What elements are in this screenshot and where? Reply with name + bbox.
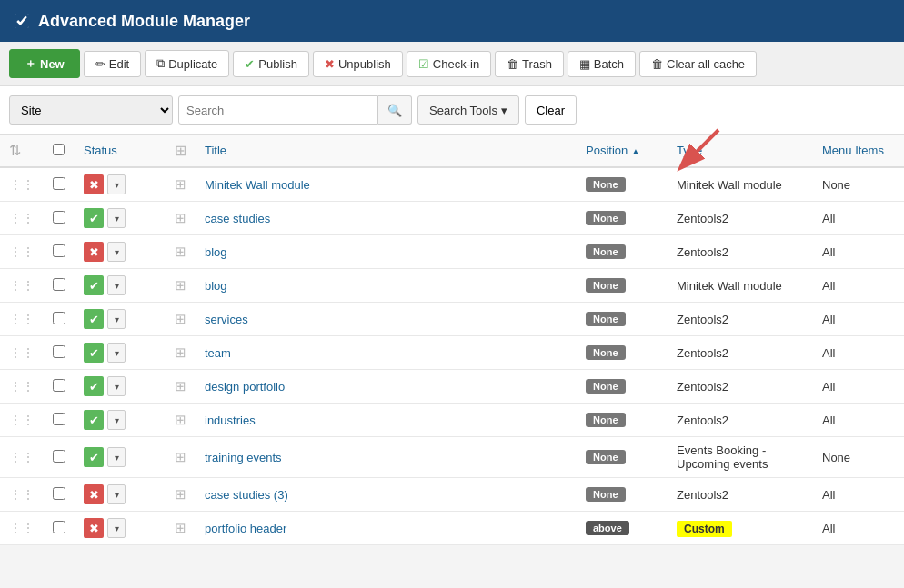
row-checkbox[interactable]: [53, 345, 65, 358]
filter-bar: Site 🔍 Search Tools ▾ Clear: [0, 86, 904, 135]
status-dropdown-btn[interactable]: ▾: [107, 275, 126, 295]
search-input[interactable]: [178, 95, 378, 125]
position-badge: None: [586, 211, 626, 225]
checkin-icon: ☑: [418, 57, 429, 71]
site-select[interactable]: Site: [9, 95, 173, 125]
status-dropdown-btn[interactable]: ▾: [107, 484, 126, 504]
module-title-link[interactable]: design portfolio: [205, 380, 285, 394]
unpublish-button[interactable]: ✖ Unpublish: [313, 51, 403, 77]
drag-icon[interactable]: ⋮⋮: [9, 521, 35, 535]
module-title-link[interactable]: blog: [205, 245, 227, 259]
col-type-header[interactable]: Type: [668, 135, 813, 167]
col-title-header[interactable]: Title: [196, 135, 577, 167]
drag-icon[interactable]: ⋮⋮: [9, 278, 35, 293]
search-tools-button[interactable]: Search Tools ▾: [417, 95, 519, 125]
edit-icon: ✏: [95, 57, 105, 71]
drag-cell: ⋮⋮: [0, 512, 44, 545]
status-published-btn[interactable]: ✔: [84, 309, 104, 329]
module-title-link[interactable]: training events: [205, 451, 282, 464]
status-dropdown-btn[interactable]: ▾: [107, 343, 126, 363]
drag-icon[interactable]: ⋮⋮: [9, 345, 35, 360]
position-badge: None: [586, 345, 626, 360]
drag-icon[interactable]: ⋮⋮: [9, 379, 35, 394]
status-published-btn[interactable]: ✔: [84, 208, 104, 228]
status-dropdown-btn[interactable]: ▾: [107, 518, 126, 538]
module-title-link[interactable]: case studies (3): [205, 488, 288, 502]
status-dropdown-btn[interactable]: ▾: [107, 376, 126, 396]
drag-icon[interactable]: ⋮⋮: [9, 487, 35, 502]
col-status-header[interactable]: Status: [75, 135, 166, 167]
status-dropdown-btn[interactable]: ▾: [107, 447, 126, 467]
module-grid-icon: ⊞: [175, 176, 186, 192]
module-title-link[interactable]: industries: [205, 414, 256, 427]
drag-icon[interactable]: ⋮⋮: [9, 450, 35, 464]
position-badge: None: [586, 413, 626, 427]
col-check-header[interactable]: [44, 135, 75, 167]
module-title-link[interactable]: case studies: [205, 212, 270, 225]
row-checkbox[interactable]: [53, 211, 65, 224]
status-published-btn[interactable]: ✔: [84, 343, 104, 363]
module-title-link[interactable]: blog: [205, 279, 227, 293]
type-cell: Zentools2: [668, 478, 813, 512]
status-unpublished-btn[interactable]: ✖: [84, 242, 104, 262]
status-cell: ✔ ▾: [75, 404, 166, 437]
trash-button[interactable]: 🗑 Trash: [495, 51, 564, 77]
module-title-link[interactable]: Minitek Wall module: [205, 178, 310, 192]
batch-icon: ▦: [579, 57, 590, 71]
status-dropdown-btn[interactable]: ▾: [107, 309, 126, 329]
col-order-header[interactable]: ⇅: [0, 135, 44, 167]
edit-button[interactable]: ✏ Edit: [84, 51, 141, 77]
row-checkbox[interactable]: [53, 278, 65, 291]
new-button[interactable]: ＋ New: [9, 49, 80, 78]
menu-items-cell: All: [813, 370, 904, 404]
app-header: Advanced Module Manager: [0, 0, 904, 42]
status-dropdown-btn[interactable]: ▾: [107, 410, 126, 430]
col-position-header[interactable]: Position ▲: [577, 135, 668, 167]
module-grid-icon: ⊞: [175, 486, 186, 502]
row-checkbox[interactable]: [53, 312, 65, 324]
status-dropdown-btn[interactable]: ▾: [107, 174, 126, 194]
publish-button[interactable]: ✔ Publish: [233, 51, 309, 77]
drag-icon[interactable]: ⋮⋮: [9, 211, 35, 225]
drag-icon[interactable]: ⋮⋮: [9, 312, 35, 326]
drag-cell: ⋮⋮: [0, 303, 44, 336]
status-published-btn[interactable]: ✔: [84, 447, 104, 467]
status-unpublished-btn[interactable]: ✖: [84, 484, 104, 504]
status-published-btn[interactable]: ✔: [84, 376, 104, 396]
row-checkbox[interactable]: [53, 177, 65, 190]
row-checkbox[interactable]: [53, 413, 65, 425]
status-unpublished-btn[interactable]: ✖: [84, 174, 104, 194]
duplicate-button[interactable]: ⧉ Duplicate: [145, 50, 229, 77]
status-cell: ✖ ▾: [75, 167, 166, 202]
module-title-link[interactable]: services: [205, 313, 248, 326]
status-dropdown-btn[interactable]: ▾: [107, 208, 126, 228]
drag-icon[interactable]: ⋮⋮: [9, 413, 35, 427]
drag-icon[interactable]: ⋮⋮: [9, 177, 35, 192]
menu-items-cell: All: [813, 235, 904, 269]
status-cell: ✔ ▾: [75, 437, 166, 478]
row-checkbox[interactable]: [53, 379, 65, 392]
header-checkbox[interactable]: [15, 14, 29, 28]
table-row: ⋮⋮ ✖ ▾ ⊞ portfolio header above Custom A…: [0, 512, 904, 545]
row-checkbox[interactable]: [53, 244, 65, 257]
row-checkbox[interactable]: [53, 521, 65, 533]
status-unpublished-btn[interactable]: ✖: [84, 518, 104, 538]
select-all-checkbox[interactable]: [53, 144, 65, 155]
checkbox-cell: [44, 512, 75, 545]
batch-button[interactable]: ▦ Batch: [568, 51, 636, 77]
row-checkbox[interactable]: [53, 450, 65, 463]
status-published-btn[interactable]: ✔: [84, 275, 104, 295]
clear-button[interactable]: Clear: [525, 95, 577, 125]
module-title-link[interactable]: portfolio header: [205, 522, 286, 535]
row-checkbox[interactable]: [53, 487, 65, 500]
title-cell: training events: [196, 437, 577, 478]
status-published-btn[interactable]: ✔: [84, 410, 104, 430]
module-title-link[interactable]: team: [205, 346, 231, 360]
col-menu-header[interactable]: Menu Items: [813, 135, 904, 167]
checkin-button[interactable]: ☑ Check-in: [407, 51, 491, 77]
drag-icon[interactable]: ⋮⋮: [9, 244, 35, 259]
search-button[interactable]: 🔍: [378, 95, 412, 125]
module-grid-icon: ⊞: [175, 311, 186, 326]
clear-cache-button[interactable]: 🗑 Clear all cache: [639, 51, 757, 77]
status-dropdown-btn[interactable]: ▾: [107, 242, 126, 262]
